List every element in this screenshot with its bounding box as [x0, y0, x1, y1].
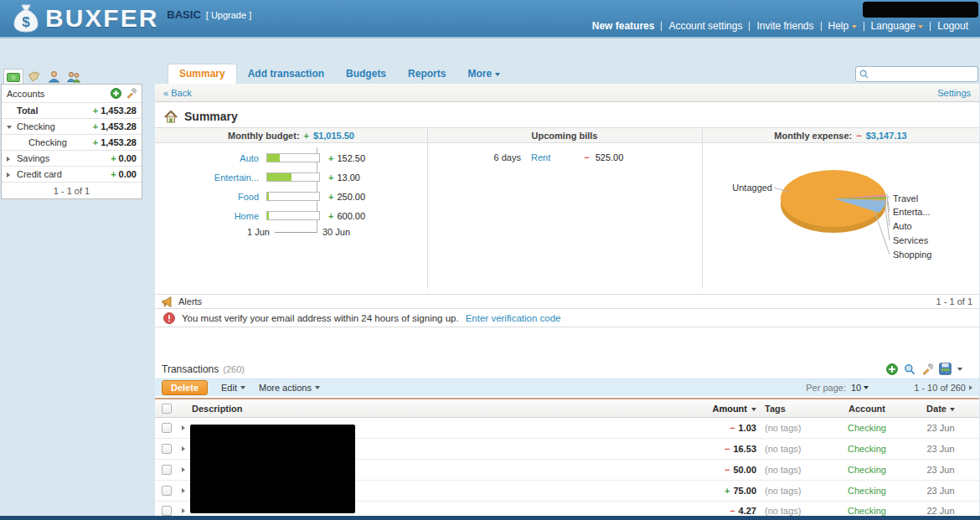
transaction-tags: (no tags): [756, 444, 825, 454]
budget-chart: Auto +152.50 Entertain... +13.00 Food +2…: [155, 147, 427, 244]
summary-heading: Summary: [164, 110, 238, 123]
nav-new-features[interactable]: New features: [592, 20, 655, 32]
warning-icon: [163, 312, 175, 324]
tab-more[interactable]: More: [456, 64, 511, 84]
pie-label-untagged: Untagged: [732, 183, 772, 193]
chevron-right-icon[interactable]: [7, 157, 10, 162]
nav-help[interactable]: Help: [828, 20, 857, 32]
alerts-header: Alerts 1 - 1 of 1: [155, 294, 979, 309]
tab-add-transaction[interactable]: Add transaction: [237, 64, 335, 84]
logo-text: BUXFER: [45, 4, 158, 33]
transaction-date: 23 Jun: [909, 444, 972, 454]
sidebar-tab-accounts[interactable]: [3, 69, 23, 85]
chevron-down-icon: [240, 386, 245, 389]
edit-dropdown[interactable]: Edit: [221, 383, 245, 393]
redacted-username: [863, 2, 978, 18]
tab-summary[interactable]: Summary: [168, 64, 237, 84]
sidebar-tab-contacts[interactable]: [44, 69, 64, 85]
accounts-title: Accounts: [7, 89, 111, 99]
nav-language[interactable]: Language: [871, 20, 924, 32]
logo[interactable]: $ BUXFER BASIC [ Upgrade ]: [12, 3, 251, 33]
transactions-pager[interactable]: 1 - 10 of 260: [914, 383, 972, 393]
account-row-checking-group[interactable]: Checking + 1,453.28: [2, 118, 142, 134]
transaction-tags: (no tags): [756, 465, 825, 475]
expand-row-icon[interactable]: [182, 488, 185, 493]
nav-separator: [661, 22, 662, 31]
account-link[interactable]: Checking: [848, 486, 886, 496]
sidebar-tab-groups[interactable]: [64, 69, 84, 85]
budget-tag-link[interactable]: Home: [155, 211, 266, 221]
account-row-checking[interactable]: Checking + 1,453.28: [2, 134, 142, 150]
budget-tag-link[interactable]: Auto: [155, 153, 266, 163]
column-description[interactable]: Description: [192, 404, 639, 414]
pie-label-entertainment: Enterta...: [893, 207, 931, 217]
row-checkbox[interactable]: [162, 465, 172, 475]
select-all-checkbox[interactable]: [162, 404, 172, 414]
nav-invite-friends[interactable]: Invite friends: [756, 20, 813, 32]
save-export-icon[interactable]: [939, 363, 952, 375]
account-link[interactable]: Checking: [848, 506, 886, 516]
chevron-down-icon[interactable]: [7, 126, 12, 129]
search-transactions-icon[interactable]: [904, 363, 916, 375]
row-checkbox[interactable]: [162, 423, 172, 433]
row-checkbox[interactable]: [162, 486, 172, 496]
pie-label-travel: Travel: [893, 193, 918, 203]
settings-link[interactable]: Settings: [937, 88, 971, 98]
tab-budgets[interactable]: Budgets: [335, 64, 397, 84]
expense-pie-chart: Untagged Travel Enterta... Auto Services…: [702, 138, 979, 288]
expand-row-icon[interactable]: [182, 467, 185, 472]
delete-button[interactable]: Delete: [162, 380, 208, 395]
column-date[interactable]: Date: [909, 404, 972, 414]
budget-tag-link[interactable]: Entertain...: [155, 172, 266, 183]
chevron-down-icon: [918, 25, 923, 28]
search-input[interactable]: [869, 70, 974, 80]
budget-tag-link[interactable]: Food: [155, 192, 266, 202]
column-tags[interactable]: Tags: [756, 404, 825, 414]
column-account[interactable]: Account: [825, 404, 909, 414]
nav-account-settings[interactable]: Account settings: [668, 20, 742, 32]
expand-row-icon[interactable]: [182, 425, 185, 430]
upgrade-link[interactable]: [ Upgrade ]: [206, 10, 251, 20]
transaction-tags: (no tags): [756, 486, 825, 496]
chevron-right-icon[interactable]: [7, 172, 10, 178]
chevron-down-icon: [315, 386, 320, 389]
nav-separator: [864, 22, 864, 31]
sidebar-tabs: [3, 69, 84, 85]
bill-name-link[interactable]: Rent: [531, 152, 550, 162]
buxfer-app: $ BUXFER BASIC [ Upgrade ] New features …: [0, 0, 980, 520]
account-link[interactable]: Checking: [848, 465, 886, 475]
accounts-header: Accounts: [2, 85, 142, 102]
account-link[interactable]: Checking: [848, 423, 886, 433]
account-link[interactable]: Checking: [848, 444, 886, 454]
nav-separator: [821, 22, 822, 31]
tab-reports[interactable]: Reports: [397, 64, 456, 84]
expand-row-icon[interactable]: [182, 508, 185, 513]
wrench-icon[interactable]: [126, 88, 137, 99]
per-page-label: Per page:: [806, 383, 846, 393]
expand-row-icon[interactable]: [182, 446, 185, 451]
row-checkbox[interactable]: [162, 506, 172, 516]
more-actions-dropdown[interactable]: More actions: [259, 383, 320, 393]
add-transaction-icon[interactable]: [886, 363, 898, 375]
row-checkbox[interactable]: [162, 444, 172, 454]
monthly-budget-amount[interactable]: $1,015.50: [313, 131, 354, 141]
chevron-right-icon[interactable]: [969, 385, 972, 390]
verification-code-link[interactable]: Enter verification code: [466, 313, 561, 323]
transactions-heading: Transactions (260): [162, 363, 245, 375]
budget-bar-row: Auto +152.50: [155, 152, 365, 163]
account-row-credit-card[interactable]: Credit card + 0.00: [2, 166, 142, 182]
back-link[interactable]: « Back: [163, 88, 192, 98]
add-account-icon[interactable]: [111, 88, 121, 99]
column-amount[interactable]: Amount: [639, 404, 756, 414]
bottom-edge: [0, 516, 980, 520]
per-page-select[interactable]: 10: [851, 383, 869, 393]
account-row-savings[interactable]: Savings + 0.00: [2, 150, 142, 166]
header-nav: New features Account settings Invite fri…: [592, 20, 968, 32]
sidebar-tab-tags[interactable]: [23, 69, 44, 85]
chevron-down-icon: [495, 73, 500, 76]
settings-wrench-icon[interactable]: [921, 363, 933, 375]
nav-logout[interactable]: Logout: [937, 20, 968, 32]
chevron-down-icon[interactable]: [957, 368, 962, 371]
account-row-total[interactable]: Total + 1,453.28: [2, 102, 142, 118]
search-icon: [859, 70, 869, 79]
